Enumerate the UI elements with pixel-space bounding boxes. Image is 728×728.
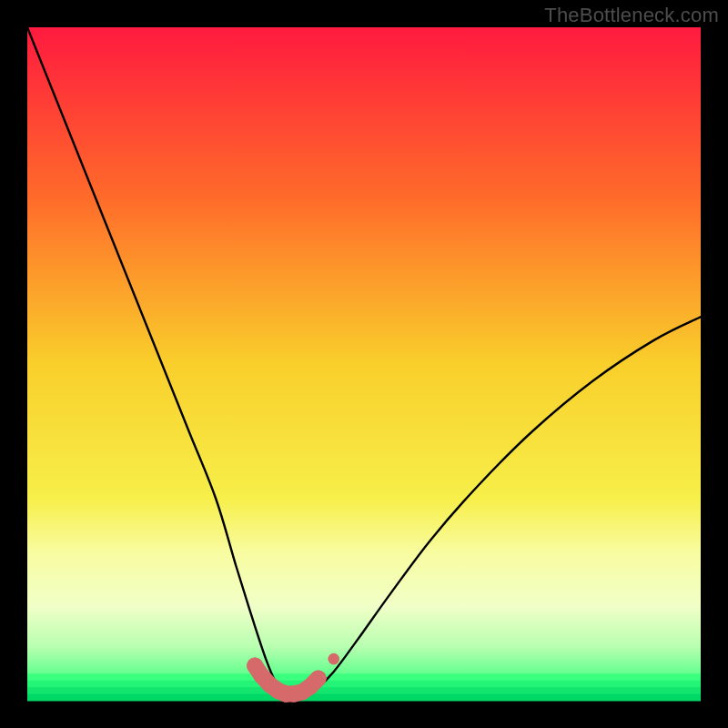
- green-band: [27, 673, 701, 681]
- gradient-rect: [27, 27, 701, 701]
- bottleneck-chart: [0, 0, 728, 728]
- valley-marker-outlier: [328, 653, 339, 665]
- chart-stage: TheBottleneck.com: [0, 0, 728, 728]
- green-band: [27, 694, 701, 702]
- chart-bottom-bands: [27, 673, 701, 701]
- chart-background: [27, 27, 701, 701]
- watermark-text: TheBottleneck.com: [544, 4, 719, 27]
- green-band: [27, 681, 701, 688]
- valley-marker-segment: [310, 679, 318, 687]
- green-band: [27, 687, 701, 694]
